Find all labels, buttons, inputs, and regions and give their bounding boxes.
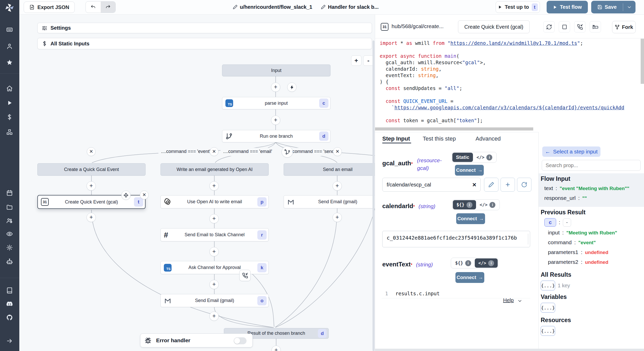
previous-result-row-command[interactable]: command: "event" (548, 239, 596, 246)
fork-button[interactable]: Fork (612, 21, 636, 33)
sidebar-item-github[interactable] (4, 312, 15, 323)
info-icon[interactable] (467, 202, 472, 208)
trigger-button[interactable] (287, 83, 296, 92)
remove-branch-button[interactable] (210, 147, 218, 156)
sidebar-item-settings[interactable] (4, 242, 15, 253)
branch-condition-event[interactable]: ....command === 'event' (158, 148, 213, 156)
add-resource-button[interactable]: + (501, 178, 515, 192)
suspend-approval-button[interactable] (239, 270, 251, 281)
add-step-button[interactable] (209, 280, 219, 289)
save-dropdown-button[interactable] (623, 5, 635, 10)
branch-condition-email[interactable]: ....command === 'email' (221, 148, 275, 156)
cache-settings-button[interactable] (559, 21, 570, 32)
sidebar-item-home[interactable] (4, 83, 15, 94)
sidebar-item-folders[interactable] (4, 201, 15, 213)
mode-javascript[interactable]: </> (473, 153, 496, 162)
hub-script-path[interactable]: hub/568/gcal/create... (392, 23, 444, 29)
sidebar-item-user[interactable] (4, 40, 15, 52)
step-node-run-one-branch[interactable]: Run one branch d (222, 130, 331, 142)
previous-result-row-input[interactable]: input: "Meeting with Ruben" (548, 230, 617, 236)
delete-step-button[interactable] (140, 191, 149, 199)
add-step-button[interactable] (209, 214, 219, 223)
test-flow-button[interactable]: Test flow (547, 1, 588, 13)
edit-summary-button[interactable] (321, 4, 326, 10)
collapse-result-button[interactable]: - (563, 218, 571, 227)
edit-path-button[interactable] (233, 4, 238, 10)
sidebar-item-runs[interactable] (4, 97, 15, 109)
variables-expand-pill[interactable]: {...} (541, 303, 555, 313)
info-icon[interactable] (486, 154, 492, 160)
branch-header-gcal[interactable]: Create a Quick Gcal Event (37, 163, 146, 176)
calendar-id-mode-toggle[interactable]: ${} </> (452, 199, 500, 210)
sidebar-item-resources[interactable] (4, 126, 15, 138)
sidebar-collapse-button[interactable] (4, 335, 15, 347)
add-step-button[interactable] (209, 181, 219, 191)
gcal-auth-mode-toggle[interactable]: Static </> (452, 152, 497, 163)
info-icon[interactable] (488, 260, 494, 266)
sidebar-item-documentation[interactable] (4, 285, 15, 296)
error-handler-toggle[interactable] (234, 337, 247, 344)
suspend-settings-button[interactable] (574, 21, 586, 32)
step-node-parse-input[interactable]: TS parse input c (222, 97, 331, 109)
gcal-auth-connect-button[interactable]: Connect→ (455, 165, 484, 176)
resource-picker-input[interactable]: f/calendar/escp_cal × (382, 178, 481, 192)
add-branch-button[interactable] (282, 146, 293, 158)
all-results-expand-pill[interactable]: {...} (541, 281, 555, 290)
sidebar-item-workspace[interactable] (4, 24, 15, 35)
previous-result-row-parameters2[interactable]: parameters2: undefined (548, 259, 608, 265)
branch-header-openai[interactable]: Write an email generated by Open AI (160, 163, 269, 176)
step-node-send-email-slack[interactable]: # Send Email to Slack Channel r (160, 228, 269, 241)
select-step-input-button[interactable]: ← Select a step input (542, 146, 600, 157)
add-step-button[interactable] (333, 181, 342, 191)
sidebar-item-groups[interactable] (4, 215, 15, 226)
help-link[interactable]: Help (503, 297, 514, 303)
edit-resource-button[interactable] (484, 178, 498, 192)
add-step-button[interactable] (87, 181, 96, 191)
flow-canvas[interactable]: Settings All Static Inputs + - Input TS … (19, 15, 375, 351)
step-node-ask-channel-approval[interactable]: TS Ask Channel for Approval k (160, 261, 269, 274)
add-step-button[interactable] (209, 312, 219, 321)
step-name-input[interactable]: Create Quick Event (gcal) (458, 20, 530, 33)
info-icon[interactable] (465, 260, 471, 266)
event-text-connect-button[interactable]: Connect→ (455, 272, 484, 283)
code-editor[interactable]: import * as wmill from "https://deno.lan… (375, 38, 644, 132)
zoom-in-button[interactable]: + (351, 55, 361, 66)
remove-branch-button[interactable] (87, 147, 96, 156)
add-step-button[interactable] (333, 213, 342, 222)
export-json-button[interactable]: Export JSON (24, 2, 75, 13)
mode-javascript[interactable]: </> (475, 258, 498, 268)
sleep-settings-button[interactable] (590, 21, 601, 32)
canvas-scrollbar[interactable] (372, 40, 375, 351)
clear-resource-icon[interactable]: × (472, 181, 476, 189)
sidebar-item-variables[interactable] (4, 111, 15, 123)
refresh-resource-button[interactable] (517, 178, 531, 192)
calendar-id-connect-button[interactable]: Connect→ (456, 213, 485, 224)
remove-branch-button[interactable] (333, 147, 342, 156)
calendar-id-value-input[interactable]: c_0312442e881ae6fcf1dec23f54916a389f1c17… (382, 231, 530, 247)
previous-result-step-badge[interactable]: c (544, 218, 556, 227)
mode-template-string[interactable]: ${} (453, 200, 476, 209)
add-step-button[interactable] (271, 83, 280, 92)
add-step-button[interactable] (87, 213, 96, 222)
save-button[interactable]: Save (591, 4, 623, 10)
add-step-button[interactable] (209, 247, 219, 256)
redo-button[interactable] (101, 2, 116, 13)
move-step-button[interactable] (121, 191, 131, 200)
tab-advanced[interactable]: Advanced (476, 135, 501, 142)
event-text-expression-editor[interactable]: 1 results.c.input (382, 289, 530, 298)
resources-expand-pill[interactable]: {...} (541, 326, 555, 336)
step-node-send-email-gmail-mid[interactable]: Send Email (gmail) o (160, 294, 269, 307)
test-up-to-button[interactable]: Test up to t (496, 1, 540, 13)
sidebar-item-audit-logs[interactable] (4, 228, 15, 240)
all-static-inputs-bar[interactable]: All Static Inputs (37, 38, 372, 49)
code-vertical-scrollbar[interactable] (641, 39, 644, 84)
event-text-mode-toggle[interactable]: ${} </> (451, 258, 498, 268)
retry-settings-button[interactable] (543, 21, 555, 32)
sidebar-item-favorites[interactable] (4, 57, 15, 68)
bottom-scrollbar[interactable] (375, 349, 644, 351)
step-node-openai-write-email[interactable]: Use Open AI to write email p (160, 195, 269, 208)
search-prop-input[interactable] (542, 160, 641, 171)
flow-settings-bar[interactable]: Settings (37, 23, 372, 33)
help-chevron-icon[interactable] (517, 298, 522, 304)
zoom-out-button[interactable]: - (363, 55, 374, 66)
